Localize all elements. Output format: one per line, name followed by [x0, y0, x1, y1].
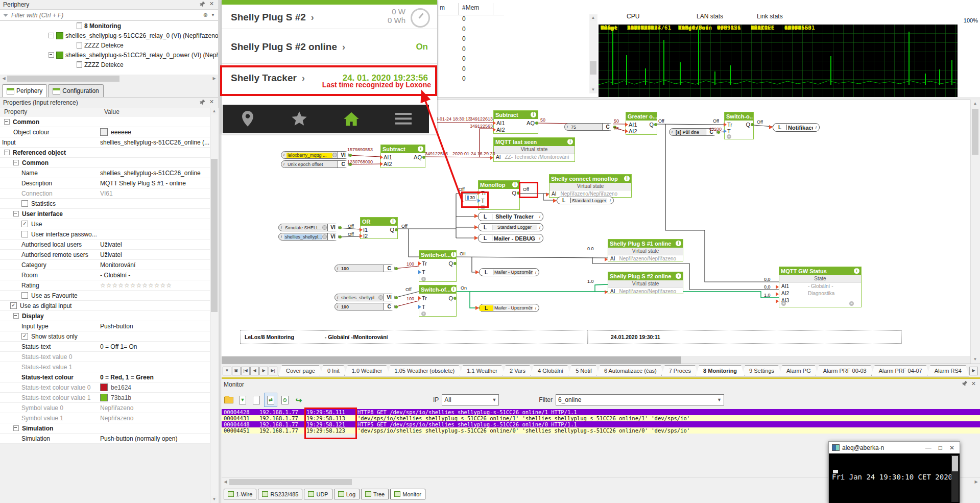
property-row[interactable]: Status-text value 1 [0, 362, 210, 372]
save-log-button[interactable]: ▼ [236, 393, 249, 406]
scroll-left-icon[interactable]: ◀ [222, 479, 229, 485]
property-row[interactable]: Input type Push-button [0, 321, 210, 331]
tree-item[interactable]: ZZZZ Detekce [0, 60, 218, 69]
scroll-down-icon[interactable]: ▼ [211, 496, 218, 502]
page-tab[interactable]: 6 Automatizace (čas) [596, 365, 664, 376]
page-tab[interactable]: Alarm RS4 [927, 365, 969, 376]
page-tab[interactable]: 0 Init [320, 365, 347, 376]
scrollbar-thumb[interactable] [972, 109, 978, 155]
input-shellies-2[interactable]: ishellies_shellypl...VI [334, 294, 395, 301]
page-tab[interactable]: 1.0 Weather [344, 365, 390, 376]
add-port-icon[interactable]: + [421, 312, 426, 316]
block-shelly-plug-2-online[interactable]: Shelly Plug S #2 onlinei Virtual state A… [608, 272, 683, 294]
property-row[interactable]: Object colour eeeeee [0, 127, 210, 137]
scrollbar-thumb[interactable] [229, 479, 352, 485]
collapse-icon[interactable] [13, 211, 19, 217]
pin-icon[interactable] [962, 381, 967, 387]
logger-mailer-upozorneni-1[interactable]: LMailer - Upozorněníi [479, 268, 539, 276]
property-value[interactable]: eeeeee [111, 129, 131, 136]
scroll-up-icon[interactable]: ▲ [211, 108, 218, 114]
info-icon[interactable]: i [676, 273, 681, 279]
property-row[interactable]: Common [0, 158, 210, 168]
close-icon[interactable]: ✕ [209, 99, 214, 105]
property-row[interactable]: Room - Globální - [0, 270, 210, 280]
tree-horizontal-scrollbar[interactable]: ◀ ▶ [0, 75, 218, 83]
info-icon[interactable]: i [390, 219, 396, 224]
property-row[interactable]: Description MQTT Shelly Plug S #1 - onli… [0, 178, 210, 188]
color-swatch[interactable] [100, 384, 108, 391]
filter-select[interactable]: 6_online▼ [556, 394, 724, 405]
info-icon[interactable]: i [451, 252, 456, 257]
close-icon[interactable]: ✕ [949, 444, 954, 451]
add-port-icon[interactable]: + [781, 301, 786, 306]
property-row[interactable]: User interface passwo... [0, 229, 210, 239]
program-canvas[interactable]: ileloxberry_mqttg ...VI iUnix epoch offs… [222, 100, 970, 364]
input-shellies-1[interactable]: ishellies_shellypl...VI [278, 233, 339, 241]
add-port-icon[interactable]: + [421, 277, 426, 281]
bottom-tab[interactable]: RS232/485 [258, 489, 302, 499]
checkbox[interactable] [21, 200, 28, 207]
info-icon[interactable]: i [512, 182, 518, 187]
scroll-left-icon[interactable]: ◀ [1, 76, 7, 82]
page-tab[interactable]: 1.05 Weather (obsolete) [387, 365, 462, 376]
close-icon[interactable]: ✕ [209, 1, 214, 7]
input-simulate[interactable]: iSimulate SHELL...VI [278, 224, 339, 231]
page-tab[interactable]: 8 Monitoring [696, 365, 745, 376]
scrollbar-thumb[interactable] [7, 76, 119, 82]
checkbox[interactable] [21, 221, 28, 227]
tree-item[interactable]: ZZZZ Detekce [0, 40, 218, 50]
collapse-icon[interactable] [4, 150, 10, 155]
bottom-tab[interactable]: Log [334, 489, 360, 499]
property-value[interactable]: 0 = Off 1= On [100, 343, 137, 350]
property-value[interactable]: 0 = Red, 1 = Green [100, 374, 154, 381]
tree-item[interactable]: 8 Monitoring [0, 21, 218, 31]
bottom-tab[interactable]: Tree [361, 489, 389, 499]
chevron-down-icon[interactable]: ▼ [211, 12, 215, 18]
tree-item[interactable]: shellies_shellyplug-s-51CC26_relay_0_pow… [0, 50, 218, 60]
scroll-right-icon[interactable]: ▶ [973, 479, 979, 485]
property-row[interactable]: Status-text colour value 0 be1624 [0, 382, 210, 393]
ip-select[interactable]: All▼ [442, 394, 499, 405]
property-row[interactable]: Show status only [0, 331, 210, 342]
app-row-plug2[interactable]: Shelly Plug S #2 › 0 W 0 Wh [222, 7, 437, 28]
canvas-vertical-scrollbar[interactable]: ▲ ▼ [970, 100, 980, 364]
properties-scrollbar[interactable]: ▲ ▼ [210, 108, 219, 503]
scroll-down-icon[interactable]: ▼ [972, 356, 978, 363]
close-icon[interactable]: ✕ [971, 381, 976, 387]
page-tab[interactable]: Alarm PG [779, 365, 819, 376]
checkbox[interactable] [10, 302, 17, 309]
page-tab[interactable]: Cover page [278, 365, 323, 376]
clear-filter-icon[interactable]: ⊗ [203, 12, 208, 18]
add-port-icon[interactable]: + [727, 134, 731, 139]
logger-standard-logger[interactable]: LStandard Loggeri [557, 197, 614, 204]
property-value[interactable]: Monitorování [100, 261, 135, 269]
pin-icon[interactable] [200, 100, 205, 106]
star-icon[interactable] [291, 111, 308, 127]
input-100-a[interactable]: i100C [334, 265, 395, 272]
tab-list-icon[interactable]: ▣ [232, 367, 241, 375]
block-subtract-1[interactable]: Subtracti AI1 AI2 AQ [380, 145, 425, 168]
property-row[interactable]: Connection VI61 [0, 188, 210, 199]
property-row[interactable]: Common [0, 117, 210, 127]
property-value[interactable]: Nepřiřazeno [100, 404, 133, 412]
logger-notifikace[interactable]: LNotifikacei [773, 123, 820, 132]
property-row[interactable]: Use as digital input [0, 301, 210, 311]
property-row[interactable]: Referenced object [0, 148, 210, 158]
autoscroll-button[interactable]: ⇄ [264, 393, 277, 407]
home-icon[interactable] [343, 111, 360, 127]
page-tab[interactable]: 2 Vars [502, 365, 533, 376]
property-row[interactable]: Status-text value 0 [0, 352, 210, 362]
terminal-window[interactable]: aleq@aberka-n — □ ✕ Fri Jan 24 19:30:10 … [828, 441, 960, 503]
property-row[interactable]: Display [0, 311, 210, 321]
block-mqtt-last-seen[interactable]: MQTT last seeni Virtual state AIZZ- Tech… [493, 137, 575, 162]
input-unix-offset[interactable]: iUnix epoch offsetC [281, 160, 349, 168]
property-value[interactable]: - Globální - [100, 272, 130, 279]
maximize-icon[interactable]: □ [939, 444, 942, 451]
dock-tab[interactable]: Periphery [2, 84, 47, 97]
pin-icon[interactable] [200, 2, 205, 8]
first-page-icon[interactable]: |◀ [241, 367, 250, 375]
dock-tab[interactable]: Configuration [48, 84, 103, 97]
terminal-titlebar[interactable]: aleq@aberka-n — □ ✕ [829, 442, 960, 453]
input-100-b[interactable]: i100C [334, 303, 395, 310]
block-shelly-plug-1-online[interactable]: Shelly Plug S #1 onlinei Virtual state A… [608, 239, 683, 261]
